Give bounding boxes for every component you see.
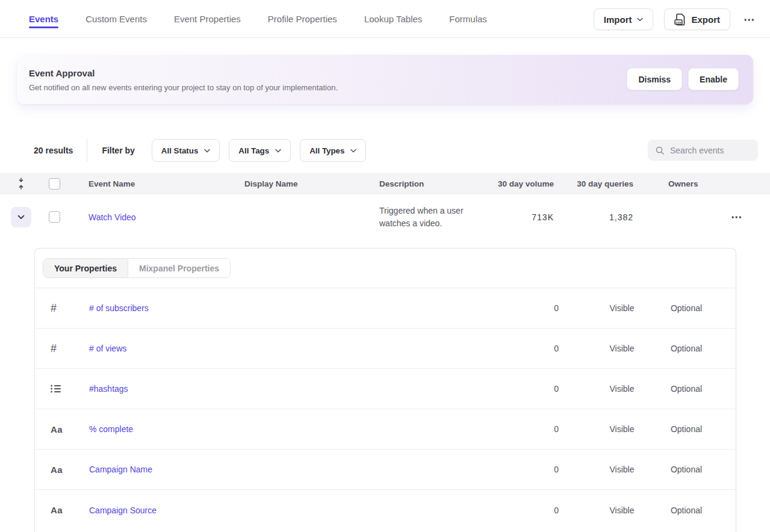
property-row: # # of views 0 Visible Optional: [35, 329, 736, 369]
properties-tabs-row: Your Properties Mixpanel Properties: [35, 249, 736, 288]
property-visibility: Visible: [589, 344, 655, 353]
header-30-day-volume: 30 day volume: [494, 179, 554, 188]
header-description: Description: [379, 179, 494, 188]
property-requirement: Optional: [655, 506, 718, 515]
nav-tabs: Events Custom Events Event Properties Pr…: [29, 1, 487, 36]
import-button[interactable]: Import: [594, 8, 654, 30]
filter-by-label: Filter by: [102, 146, 134, 155]
search-box: [648, 140, 758, 161]
property-volume: 0: [511, 384, 559, 394]
csv-file-icon: csv: [674, 13, 686, 26]
tab-event-properties[interactable]: Event Properties: [174, 1, 241, 36]
tab-mixpanel-properties[interactable]: Mixpanel Properties: [128, 259, 230, 277]
enable-button[interactable]: Enable: [688, 68, 739, 90]
results-count: 20 results: [34, 146, 73, 155]
property-requirement: Optional: [655, 424, 718, 434]
header-owners: Owners: [633, 179, 706, 188]
property-visibility: Visible: [589, 424, 655, 434]
properties-tab-switcher: Your Properties Mixpanel Properties: [43, 258, 231, 278]
status-filter-dropdown[interactable]: All Status: [152, 139, 220, 162]
property-row: Aa % complete 0 Visible Optional: [35, 409, 736, 450]
tags-filter-label: All Tags: [238, 146, 269, 155]
property-name-link[interactable]: Campaign Name: [89, 465, 511, 474]
chevron-down-icon: [275, 149, 281, 153]
property-visibility: Visible: [589, 384, 655, 394]
tab-custom-events[interactable]: Custom Events: [85, 1, 147, 36]
property-volume: 0: [511, 465, 559, 474]
tab-events[interactable]: Events: [29, 1, 58, 36]
text-type-icon: Aa: [35, 424, 89, 435]
number-type-icon: #: [35, 342, 89, 355]
search-icon: [655, 146, 665, 155]
property-visibility: Visible: [589, 465, 655, 474]
event-approval-banner: Event Approval Get notified on all new e…: [17, 55, 753, 104]
tab-your-properties[interactable]: Your Properties: [43, 259, 128, 277]
export-button[interactable]: csv Export: [664, 8, 730, 30]
select-all-checkbox[interactable]: [49, 178, 60, 190]
tab-formulas[interactable]: Formulas: [449, 1, 487, 36]
chevron-down-icon: [204, 149, 210, 153]
types-filter-dropdown[interactable]: All Types: [300, 139, 366, 162]
queries-cell: 1,382: [554, 212, 633, 222]
filter-bar: 20 results Filter by All Status All Tags…: [34, 138, 375, 162]
top-nav: Events Custom Events Event Properties Pr…: [0, 0, 770, 38]
property-name-link[interactable]: # of views: [89, 344, 511, 353]
banner-actions: Dismiss Enable: [627, 68, 739, 90]
row-expander-button[interactable]: [11, 207, 31, 227]
dismiss-button[interactable]: Dismiss: [627, 68, 682, 90]
nav-actions: Import csv Export ⋯: [594, 8, 758, 30]
chevron-down-icon: [350, 149, 356, 153]
property-visibility: Visible: [589, 506, 655, 515]
table-row: Watch Video Triggered when a user watche…: [0, 194, 770, 240]
nav-more-icon[interactable]: ⋯: [741, 13, 758, 26]
volume-cell: 713K: [494, 212, 554, 222]
chevron-down-icon: [17, 215, 25, 220]
property-name-link[interactable]: Campaign Source: [89, 506, 511, 515]
property-volume: 0: [511, 344, 559, 353]
description-cell: Triggered when a user watches a video.: [379, 205, 483, 230]
property-row: Aa Campaign Source 0 Visible Optional: [35, 490, 736, 530]
property-requirement: Optional: [655, 384, 718, 394]
property-name-link[interactable]: #hashtags: [89, 384, 511, 394]
tags-filter-dropdown[interactable]: All Tags: [229, 139, 291, 162]
banner-title: Event Approval: [29, 68, 95, 78]
property-volume: 0: [511, 424, 559, 434]
tab-lookup-tables[interactable]: Lookup Tables: [364, 1, 422, 36]
property-name-link[interactable]: % complete: [89, 424, 511, 434]
text-type-icon: Aa: [35, 505, 89, 515]
export-button-label: Export: [691, 14, 720, 25]
event-name-link[interactable]: Watch Video: [88, 212, 136, 222]
property-row: # # of subscribers 0 Visible Optional: [35, 288, 736, 329]
row-checkbox[interactable]: [49, 211, 60, 223]
types-filter-label: All Types: [309, 146, 344, 155]
banner-subtitle: Get notified on all new events entering …: [29, 83, 338, 92]
property-name-link[interactable]: # of subscribers: [89, 303, 511, 313]
collapse-all-icon[interactable]: [17, 177, 25, 190]
property-requirement: Optional: [655, 344, 718, 353]
properties-panel: Your Properties Mixpanel Properties # # …: [34, 248, 736, 532]
property-requirement: Optional: [655, 465, 718, 474]
header-display-name: Display Name: [244, 179, 379, 188]
status-filter-label: All Status: [161, 146, 198, 155]
chevron-down-icon: [637, 17, 643, 22]
property-requirement: Optional: [655, 303, 718, 313]
list-type-icon: [35, 385, 89, 393]
search-input[interactable]: [670, 146, 748, 155]
import-button-label: Import: [604, 14, 632, 25]
property-row: #hashtags 0 Visible Optional: [35, 369, 736, 409]
table-header: Event Name Display Name Description 30 d…: [0, 173, 770, 194]
tab-profile-properties[interactable]: Profile Properties: [268, 1, 337, 36]
header-30-day-queries: 30 day queries: [554, 179, 633, 188]
property-row: Aa Campaign Name 0 Visible Optional: [35, 450, 736, 490]
row-more-icon[interactable]: ⋯: [728, 210, 745, 224]
text-type-icon: Aa: [35, 465, 89, 475]
property-volume: 0: [511, 506, 559, 515]
svg-text:csv: csv: [676, 20, 682, 23]
divider: [87, 139, 87, 162]
header-event-name: Event Name: [88, 179, 244, 188]
number-type-icon: #: [35, 302, 89, 315]
property-visibility: Visible: [589, 303, 655, 313]
property-volume: 0: [511, 303, 559, 313]
